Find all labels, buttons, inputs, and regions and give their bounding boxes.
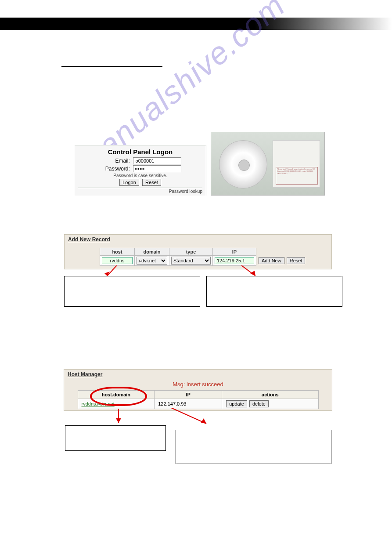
- hostdomain-link[interactable]: rvddns.i-dvr.net: [82, 401, 115, 406]
- insert-succeed-msg: Msg: insert succeed: [64, 381, 332, 388]
- cd-sleeve: Please visit This web page to view he re…: [273, 140, 320, 188]
- callout-ip: [206, 276, 342, 307]
- type-select[interactable]: Standard: [171, 257, 211, 265]
- col-hostdomain: host.domain: [78, 391, 155, 399]
- add-record-title: Add New Record: [65, 235, 331, 244]
- host-manager-title: Host Manager: [64, 370, 332, 379]
- logon-button[interactable]: Logon: [119, 179, 139, 186]
- svg-marker-1: [104, 272, 110, 276]
- host-input[interactable]: [102, 257, 133, 264]
- callout-hostdomain: [65, 425, 166, 451]
- add-new-button[interactable]: Add New: [259, 257, 284, 264]
- ip-input[interactable]: [215, 257, 254, 264]
- password-label: Password:: [99, 166, 130, 172]
- col-actions: actions: [222, 391, 318, 399]
- host-manager-panel: Host Manager Msg: insert succeed host.do…: [64, 369, 332, 411]
- password-input[interactable]: [133, 165, 181, 172]
- section-underline: [61, 66, 162, 67]
- add-reset-button[interactable]: Reset: [287, 257, 306, 264]
- add-record-panel: Add New Record host domain type IP i-dvr…: [64, 234, 332, 269]
- update-button[interactable]: update: [226, 400, 247, 407]
- col-host: host: [100, 248, 135, 256]
- domain-select[interactable]: i-dvr.net: [137, 257, 167, 265]
- password-lookup-link[interactable]: Password lookup: [78, 188, 202, 194]
- svg-marker-3: [250, 271, 255, 276]
- cd-photo: Please visit This web page to view he re…: [211, 132, 325, 196]
- col-ip: IP: [213, 248, 256, 256]
- col-domain: domain: [135, 248, 169, 256]
- logon-title: Control Panel Logon: [78, 148, 202, 156]
- col-ip2: IP: [155, 391, 222, 399]
- arrow-icon: [109, 409, 131, 426]
- header-bar: [0, 18, 392, 30]
- ip-cell: 122.147.0.93: [155, 399, 222, 409]
- svg-marker-7: [201, 418, 206, 424]
- disc-icon: [219, 140, 267, 189]
- reset-button[interactable]: Reset: [142, 179, 161, 186]
- col-type: type: [169, 248, 213, 256]
- host-manager-table: host.domain IP actions rvddns.i-dvr.net …: [78, 390, 319, 409]
- callout-host: [64, 276, 200, 307]
- add-record-table: host domain type IP i-dvr.net Standard A…: [100, 248, 308, 266]
- svg-marker-5: [116, 418, 121, 423]
- logon-panel: Control Panel Logon Email: Password: Pas…: [75, 145, 206, 196]
- email-label: Email:: [99, 158, 130, 164]
- callout-actions: [176, 430, 331, 464]
- sleeve-label: Please visit This web page to view he re…: [276, 167, 318, 185]
- delete-button[interactable]: delete: [249, 400, 269, 407]
- email-input[interactable]: [133, 157, 181, 164]
- logon-note: Password is case sensitive.: [78, 173, 202, 178]
